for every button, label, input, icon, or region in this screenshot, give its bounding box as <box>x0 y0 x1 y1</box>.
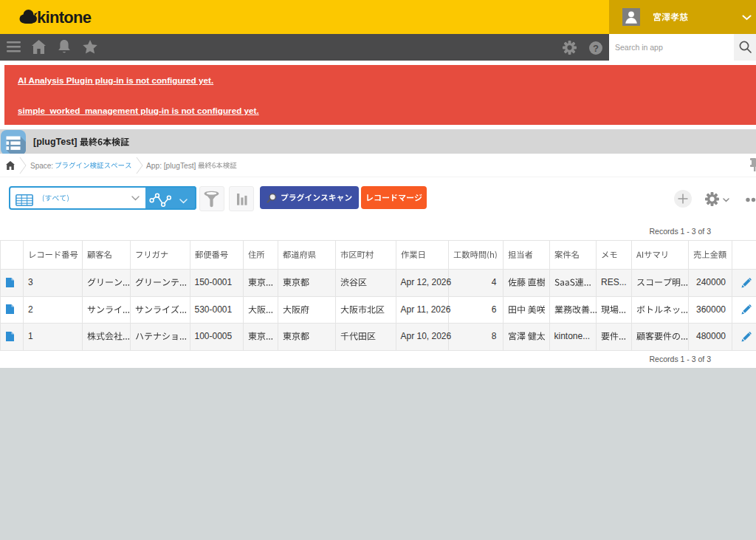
svg-text:?: ? <box>593 42 599 53</box>
